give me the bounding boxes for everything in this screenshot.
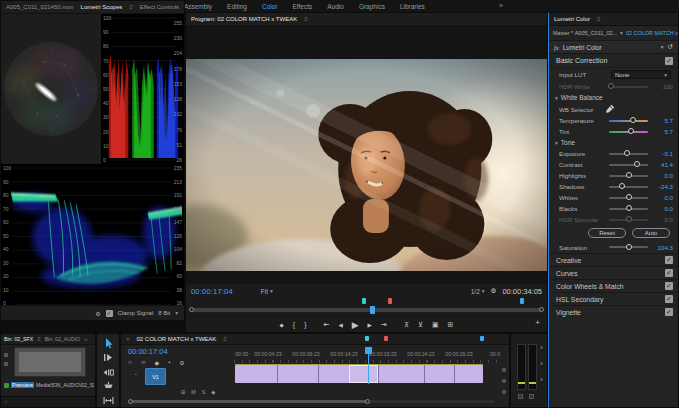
blacks-value[interactable]: 0.0: [652, 205, 673, 212]
contrast-slider[interactable]: [609, 164, 648, 166]
timeline-marker-cyan[interactable]: [365, 336, 369, 341]
meter-button[interactable]: [518, 394, 523, 399]
tint-value[interactable]: 5.7: [652, 128, 673, 135]
section-creative[interactable]: Creative ✓: [549, 253, 678, 266]
workspace-tab-libraries[interactable]: Libraries: [400, 3, 425, 10]
caret-down-icon[interactable]: ▾: [620, 30, 623, 36]
go-to-out-button[interactable]: ⇥: [381, 321, 387, 329]
vignette-checkbox[interactable]: ✓: [665, 308, 673, 316]
timeline-playhead[interactable]: [365, 347, 372, 354]
vertical-scroll-handles[interactable]: [502, 368, 506, 394]
bit-depth-select[interactable]: 8 Bit: [158, 310, 170, 316]
master-clip-select[interactable]: Master * A005_C011_02...: [553, 30, 617, 36]
tab-bin-audio[interactable]: Bin: 02_AUDIO: [45, 336, 80, 342]
track-meter-icon[interactable]: ⊞: [181, 389, 185, 395]
workspace-tab-effects[interactable]: Effects: [293, 3, 313, 10]
tint-slider[interactable]: [609, 131, 648, 133]
mark-out-button[interactable]: }: [304, 321, 306, 328]
comparison-view-button[interactable]: ⊞: [448, 321, 454, 329]
color-wheels-checkbox[interactable]: ✓: [665, 282, 673, 290]
solo-button[interactable]: S: [202, 389, 205, 395]
razor-tool[interactable]: [101, 380, 115, 392]
play-button[interactable]: ▶: [352, 320, 359, 330]
timeline-scrollbar[interactable]: [129, 400, 495, 403]
timeline-marker-red[interactable]: [384, 336, 388, 341]
track-select-tool[interactable]: [101, 351, 115, 363]
yc-waveform-scope[interactable]: 1009080706050403020100 23521319116914712…: [1, 164, 184, 307]
tab-program[interactable]: Program: 02 COLOR MATCH x TWEAK: [191, 16, 297, 22]
video-clip-group[interactable]: [235, 365, 483, 383]
selection-tool[interactable]: [101, 337, 115, 349]
tone-header[interactable]: ▾ Tone: [549, 137, 678, 148]
temperature-slider[interactable]: [609, 120, 648, 122]
saturation-slider[interactable]: [609, 246, 648, 248]
extract-button[interactable]: ⊻: [418, 321, 423, 329]
track-lock-icon[interactable]: ▪: [135, 371, 137, 377]
panel-menu-icon[interactable]: ≡: [37, 336, 41, 342]
blacks-slider[interactable]: [609, 208, 648, 210]
shadows-slider[interactable]: [609, 186, 648, 188]
section-vignette[interactable]: Vignette ✓: [549, 305, 678, 318]
shadows-value[interactable]: -24.3: [652, 183, 673, 190]
tab-lumetri-color[interactable]: Lumetri Color: [554, 16, 590, 22]
mark-in-button[interactable]: {: [293, 321, 295, 328]
button-editor-plus[interactable]: +: [535, 318, 540, 327]
sequence-link[interactable]: 02 COLOR MATCH x T...: [626, 30, 678, 36]
scopes-settings-icon[interactable]: ⚙: [95, 310, 100, 317]
track-v1-header[interactable]: V1: [145, 368, 166, 385]
workspace-tab-color[interactable]: Color: [262, 3, 278, 10]
selected-clip[interactable]: [349, 365, 378, 383]
go-to-in-button[interactable]: ⇤: [324, 321, 330, 329]
tab-effect-controls[interactable]: Effect Controls: [140, 4, 179, 10]
slider-knob[interactable]: [626, 172, 632, 178]
close-panel-icon[interactable]: ×: [126, 336, 130, 342]
program-viewer[interactable]: [186, 26, 547, 284]
marker-red[interactable]: [388, 298, 392, 304]
workspace-tab-assembly[interactable]: Assembly: [184, 3, 212, 10]
step-back-button[interactable]: ◀: [338, 322, 342, 328]
slider-knob[interactable]: [626, 205, 632, 211]
item-name-rest[interactable]: Media\536_AUDIO\02_SFX: [36, 382, 94, 388]
slider-knob[interactable]: [624, 150, 630, 156]
panel-menu-icon[interactable]: ≡: [597, 16, 601, 22]
section-color-wheels[interactable]: Color Wheels & Match ✓: [549, 279, 678, 292]
bin-clip-thumbnail[interactable]: [14, 347, 86, 377]
temperature-value[interactable]: 5.7: [652, 117, 673, 124]
export-frame-button[interactable]: ▣: [432, 321, 439, 329]
scrubber-right-handle[interactable]: [539, 307, 544, 312]
slider-knob[interactable]: [630, 117, 636, 123]
whites-slider[interactable]: [609, 197, 648, 199]
panel-menu-icon[interactable]: ≡: [304, 16, 308, 22]
tab-bin-sfx[interactable]: Bin: 02_SFX: [4, 336, 33, 342]
slider-knob[interactable]: [619, 183, 625, 189]
slider-knob[interactable]: [628, 128, 634, 134]
lift-button[interactable]: ⊼: [404, 321, 409, 329]
reset-effect-icon[interactable]: ↺: [668, 43, 673, 51]
bin-scroll-handle-icon[interactable]: ○: [4, 399, 8, 405]
tab-source-clip[interactable]: A005_C011_021450.mov: [6, 4, 74, 10]
panel-menu-icon[interactable]: ≡: [223, 336, 227, 342]
basic-correction-header[interactable]: Basic Correction ✓: [549, 54, 678, 68]
section-curves[interactable]: Curves ✓: [549, 266, 678, 279]
contrast-value[interactable]: 41.4: [652, 161, 673, 168]
whites-value[interactable]: 0.0: [652, 194, 673, 201]
track-marker-icon[interactable]: ◆: [211, 389, 215, 395]
program-playhead[interactable]: [370, 306, 375, 314]
ripple-edit-tool[interactable]: [101, 366, 115, 378]
creative-checkbox[interactable]: ✓: [665, 256, 673, 264]
item-name-highlight[interactable]: Premiere: [11, 382, 34, 388]
scrubber-left-handle[interactable]: [189, 307, 194, 312]
slider-knob[interactable]: [626, 194, 632, 200]
program-marker-strip[interactable]: [186, 297, 547, 306]
rgb-parade-scope[interactable]: 1009080706050403020100 25523020417815312…: [101, 14, 184, 164]
bit-depth-caret-icon[interactable]: ▾: [175, 310, 178, 316]
program-scrubber[interactable]: [191, 308, 542, 312]
clamp-signal-checkbox[interactable]: ✓: [106, 310, 113, 317]
exposure-slider[interactable]: [609, 153, 648, 155]
meter-button[interactable]: [529, 394, 534, 399]
highlights-slider[interactable]: [609, 175, 648, 177]
vectorscope[interactable]: [1, 14, 101, 164]
input-lut-select[interactable]: None ▾: [611, 70, 671, 79]
marker-cyan[interactable]: [362, 298, 366, 304]
tab-lumetri-scopes[interactable]: Lumetri Scopes: [81, 4, 123, 10]
